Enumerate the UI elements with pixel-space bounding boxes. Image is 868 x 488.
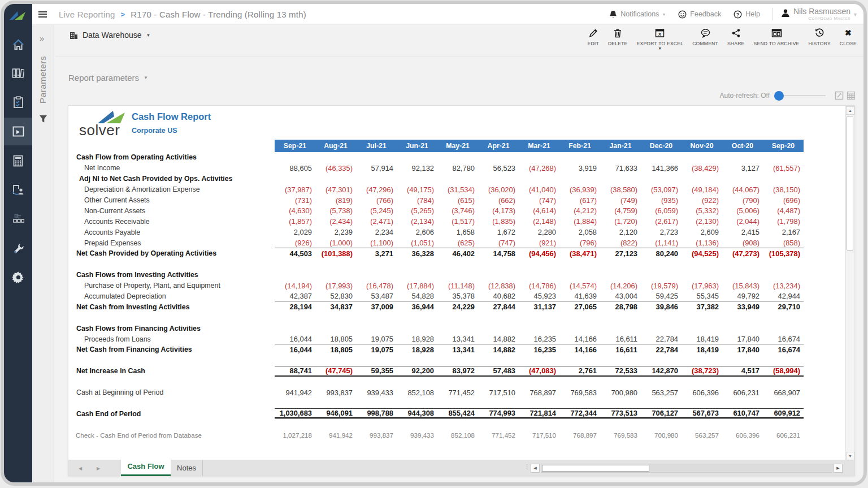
cell-value: (38,150) [763, 185, 804, 194]
cell-value: 88,741 [275, 366, 315, 375]
cell-value: (4,212) [559, 206, 600, 215]
edit-icon [589, 28, 598, 38]
edit-view-icon[interactable] [835, 91, 844, 100]
cell-value: 53,487 [356, 292, 397, 300]
tab-cash-flow[interactable]: Cash Flow [121, 459, 171, 476]
horizontal-scroll-thumb[interactable] [542, 465, 649, 472]
cell-value: 56,523 [478, 164, 519, 172]
cell-value: 2,761 [559, 366, 600, 375]
report-parameters-toggle[interactable]: Report parameters ▼ [68, 73, 148, 83]
cell-value: 16,235 [519, 346, 559, 354]
cell-value: 706,127 [641, 409, 682, 417]
column-header: Jan-21 [600, 140, 641, 152]
vertical-scrollbar[interactable]: ▲ ▼ [845, 106, 854, 460]
sidebar [4, 4, 32, 482]
cell-value: (4,759) [600, 206, 641, 215]
cell-value: (908) [722, 239, 763, 247]
cell-value: (5,738) [315, 206, 356, 215]
edit-button[interactable]: EDIT [588, 28, 599, 50]
sidebar-item-reports[interactable] [4, 118, 32, 145]
cell-value: 13,341 [437, 335, 478, 343]
cell-value: 721,814 [519, 409, 559, 417]
horizontal-scrollbar[interactable] [541, 464, 832, 473]
row-label: Other Current Assets [68, 196, 275, 204]
menu-icon[interactable] [38, 11, 47, 18]
history-button[interactable]: HISTORY [809, 28, 831, 50]
cell-value: 18,805 [315, 346, 356, 354]
cell-value: 774,993 [478, 409, 519, 417]
cell-value: 83,972 [437, 366, 478, 375]
cell-value: 36,944 [397, 303, 437, 311]
notifications-chevron-icon: ▼ [662, 12, 666, 16]
cell-value: 82,780 [437, 164, 478, 172]
row-label: Net Cash Provided by Operating Activitie… [68, 249, 275, 257]
comment-button[interactable]: COMMENT [692, 28, 718, 50]
sidebar-item-budgeting[interactable] [4, 147, 32, 174]
breadcrumb-live-reporting[interactable]: Live Reporting [59, 10, 115, 19]
vertical-scroll-thumb[interactable] [847, 116, 853, 251]
cell-value: 37,382 [682, 303, 722, 311]
cell-value: (5,006) [722, 206, 763, 215]
tab-scroll-right-icon[interactable]: ▶ [97, 466, 100, 471]
cell-value: 2,120 [600, 228, 641, 236]
row-label: Check - Cash End of Period from Database [68, 431, 275, 439]
feedback-button[interactable]: Feedback [678, 10, 721, 19]
auto-refresh-slider[interactable] [774, 91, 784, 101]
cell-value: 14,882 [478, 346, 519, 354]
cell-value: 717,510 [519, 431, 559, 439]
sidebar-item-integrations[interactable] [4, 205, 32, 232]
table-row [68, 259, 804, 270]
sidebar-item-library[interactable] [4, 59, 32, 87]
table-row: Purchase of Property, Plant, and Equipme… [68, 280, 804, 291]
scrollbar-grip-icon[interactable]: ⋮ [524, 463, 531, 470]
export-to-excel-button[interactable]: X EXPORT TO EXCEL ▼ [637, 28, 684, 50]
toolbar-divider [55, 57, 863, 57]
table-row: Accounts Receivable(1,857)(2,434)(2,471)… [68, 216, 804, 227]
cell-value: 2,415 [722, 228, 763, 236]
scroll-down-button[interactable]: ▼ [846, 452, 854, 460]
cell-value: 71,633 [600, 164, 641, 172]
sidebar-item-tasks[interactable] [4, 88, 32, 115]
user-menu[interactable]: Nils Rasmussen CorpDemo Master ▼ [781, 7, 858, 21]
hscroll-left-button[interactable]: ◀ [531, 464, 540, 473]
sidebar-item-tools[interactable] [4, 235, 32, 262]
cell-value: (47,296) [356, 185, 397, 194]
cell-value: (784) [397, 196, 437, 205]
cell-value: 55,345 [682, 292, 722, 300]
cell-value: 16,044 [275, 335, 315, 343]
expand-panel-icon[interactable]: » [40, 33, 44, 43]
scroll-up-button[interactable]: ▲ [846, 106, 854, 115]
sidebar-item-publisher[interactable] [4, 176, 32, 204]
send-to-archive-button[interactable]: SEND TO ARCHIVE [754, 28, 800, 50]
sidebar-item-home[interactable] [4, 31, 32, 58]
data-source-selector[interactable]: Data Warehouse ▼ [70, 27, 150, 43]
help-button[interactable]: ? Help [734, 10, 760, 19]
table-row: Adj NI to Net Cash Provided by Ops. Acti… [68, 174, 804, 184]
cell-value: 72,533 [600, 366, 641, 375]
sidebar-item-settings[interactable] [4, 264, 32, 291]
cell-value: (3,746) [437, 206, 478, 215]
parameters-label: Parameters [38, 56, 49, 103]
close-button[interactable]: ✖ CLOSE [840, 28, 857, 50]
tab-scroll-left-icon[interactable]: ◀ [79, 466, 82, 471]
cell-value: (747) [519, 196, 559, 205]
cell-value: 3,127 [722, 164, 763, 172]
cell-value: 39,846 [641, 303, 682, 311]
delete-button[interactable]: DELETE [608, 28, 628, 50]
filter-icon[interactable] [39, 115, 47, 123]
hscroll-right-button[interactable]: ▶ [834, 464, 843, 473]
grid-view-icon[interactable] [847, 91, 856, 100]
tab-notes[interactable]: Notes [171, 460, 203, 476]
cell-value: 18,805 [315, 335, 356, 343]
notifications-button[interactable]: Notifications ▼ [609, 10, 666, 19]
trash-icon [614, 28, 622, 38]
content-area: » Parameters Data Warehouse ▼ EDIT DELET… [32, 25, 863, 482]
row-label: Net Income [68, 164, 275, 172]
help-icon: ? [734, 10, 742, 19]
share-button[interactable]: SHARE [727, 28, 745, 50]
cell-value: (2,130) [682, 217, 722, 226]
cell-value: 700,980 [600, 388, 641, 397]
report-subtitle: Corporate US [132, 127, 177, 135]
table-row: Prepaid Expenses(926)(1,000)(1,100)(1,05… [68, 237, 804, 248]
cell-value: 563,257 [682, 431, 722, 439]
